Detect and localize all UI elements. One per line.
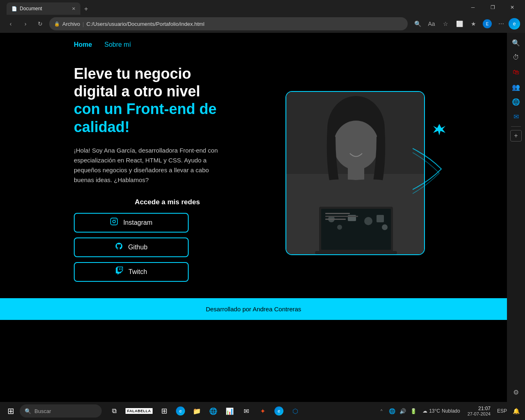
sidebar-bag-icon[interactable]: 🛍 xyxy=(509,66,523,79)
instagram-icon xyxy=(110,217,118,228)
refresh-button[interactable]: ↻ xyxy=(34,18,46,30)
instagram-button[interactable]: Instagram xyxy=(74,213,189,233)
sidebar-mail-icon[interactable]: ✉ xyxy=(509,110,523,123)
instagram-label: Instagram xyxy=(123,219,152,226)
file-explorer-icon: 📁 xyxy=(193,407,201,415)
svg-rect-19 xyxy=(325,219,346,220)
minimize-button[interactable]: ─ xyxy=(463,0,482,15)
weather-temp: 13°C xyxy=(429,408,440,414)
weather-icon: ☁ xyxy=(422,408,427,414)
active-tab[interactable]: 📄 Document ✕ xyxy=(7,2,80,15)
more-button[interactable]: ⋯ xyxy=(495,17,508,30)
notification-button[interactable]: 🔔 xyxy=(510,405,522,417)
chrome-icon: 🌐 xyxy=(209,407,217,415)
reader-icon[interactable]: Aa xyxy=(425,17,438,30)
sidebar-settings-icon[interactable]: ⚙ xyxy=(509,386,523,399)
forward-button[interactable]: › xyxy=(20,18,31,30)
sidebar-search-icon[interactable]: 🔍 xyxy=(509,36,523,49)
github-label: Github xyxy=(128,244,147,251)
figma-button[interactable]: ✦ xyxy=(255,404,270,418)
twitch-button[interactable]: Twitch xyxy=(74,262,189,282)
vscode-button[interactable]: ⬡ xyxy=(288,404,303,418)
svg-point-1 xyxy=(113,220,116,223)
sidebar-add-button[interactable]: + xyxy=(510,130,522,142)
tab-title: Document xyxy=(20,6,42,11)
nav-home-link[interactable]: Home xyxy=(74,41,92,48)
sidebar-history-icon[interactable]: ⏱ xyxy=(509,51,523,64)
clock[interactable]: 21:07 27-07-2024 xyxy=(464,406,494,416)
hero-image-frame xyxy=(285,91,425,255)
edge-icon: e xyxy=(509,18,520,30)
sidebar-separator xyxy=(511,126,521,127)
svg-rect-0 xyxy=(111,218,118,225)
window-controls-right: ─ ❐ ✕ xyxy=(463,0,522,15)
falabella-app[interactable]: FALABELLA xyxy=(123,404,155,418)
mail-taskbar-button[interactable]: ✉ xyxy=(239,404,253,418)
portfolio-page: Home Sobre mí Eleve tu negocio digital a… xyxy=(0,33,507,402)
github-icon xyxy=(115,242,123,252)
twitch-label: Twitch xyxy=(128,268,147,276)
battery-icon[interactable]: 🔋 xyxy=(409,406,418,416)
sidebar-people-icon[interactable]: 👥 xyxy=(509,80,523,94)
edge-taskbar-button[interactable]: e xyxy=(173,404,188,418)
figma-icon: ✦ xyxy=(260,407,265,415)
weather-desc: Nublado xyxy=(442,408,460,414)
search-toolbar-icon[interactable]: 🔍 xyxy=(411,17,424,30)
github-button[interactable]: Github xyxy=(74,237,189,257)
office-button[interactable]: 📊 xyxy=(222,404,237,418)
address-bar[interactable]: 🔒 Archivo | C:/Users/usuario/Documents/P… xyxy=(49,17,408,30)
network-icon[interactable]: 🌐 xyxy=(387,406,397,416)
close-button[interactable]: ✕ xyxy=(503,0,522,15)
taskbar: ⊞ 🔍 Buscar ⧉ FALABELLA ⊞ e 📁 🌐 📊 ✉ xyxy=(0,402,525,420)
main-content: Home Sobre mí Eleve tu negocio digital a… xyxy=(0,33,507,402)
twitch-icon xyxy=(115,267,123,277)
taskbar-search-bar[interactable]: 🔍 Buscar xyxy=(20,404,102,418)
taskbar-apps: ⧉ FALABELLA ⊞ e 📁 🌐 📊 ✉ ✦ e ⬡ xyxy=(107,404,303,418)
hero-title-line1: Eleve tu negocio xyxy=(74,65,191,82)
social-heading: Accede a mis redes xyxy=(74,198,261,206)
nav-about-link[interactable]: Sobre mí xyxy=(104,41,131,48)
task-view-button[interactable]: ⧉ xyxy=(107,404,121,418)
decoration-arc xyxy=(413,116,445,198)
svg-rect-17 xyxy=(325,213,350,214)
browser-chrome: 📄 Document ✕ + ─ ❐ ✕ ‹ › ↻ 🔒 Archivo | C… xyxy=(0,0,525,33)
hero-section: Eleve tu negocio digital a otro nivel co… xyxy=(0,57,507,298)
clock-time: 21:07 xyxy=(468,406,491,411)
hero-description: ¡Hola! Soy Ana García, desarrolladora Fr… xyxy=(74,146,230,185)
office-icon: 📊 xyxy=(226,407,234,415)
hero-image-svg xyxy=(286,92,425,255)
split-icon[interactable]: ⬜ xyxy=(453,17,466,30)
volume-icon[interactable]: 🔊 xyxy=(398,406,408,416)
task-view-icon: ⧉ xyxy=(112,407,116,415)
tray-overflow-button[interactable]: ^ xyxy=(377,407,386,415)
tab-document-icon: 📄 xyxy=(11,6,17,11)
address-bar-row: ‹ › ↻ 🔒 Archivo | C:/Users/usuario/Docum… xyxy=(0,15,525,33)
windows-icon: ⊞ xyxy=(7,406,14,416)
back-button[interactable]: ‹ xyxy=(5,18,16,30)
edge2-button[interactable]: e xyxy=(272,404,286,418)
windows-button[interactable]: ⊞ xyxy=(157,404,171,418)
sidebar-settings-bottom: ⚙ xyxy=(509,386,523,399)
vscode-icon: ⬡ xyxy=(292,407,298,415)
mail-taskbar-icon: ✉ xyxy=(244,407,249,415)
sidebar-edge-icon[interactable]: 🌐 xyxy=(509,95,523,108)
tab-bar: 📄 Document ✕ + ─ ❐ ✕ xyxy=(0,0,525,15)
file-explorer-button[interactable]: 📁 xyxy=(189,404,204,418)
hero-title-line3: con un Front-end de xyxy=(74,100,217,117)
tab-close-button[interactable]: ✕ xyxy=(72,6,75,11)
new-tab-button[interactable]: + xyxy=(80,3,92,15)
maximize-button[interactable]: ❐ xyxy=(483,0,502,15)
right-sidebar: 🔍 ⏱ 🛍 👥 🌐 ✉ + ⚙ xyxy=(507,33,525,402)
address-url: C:/Users/usuario/Documents/Portafolio/in… xyxy=(87,21,205,27)
svg-point-6 xyxy=(333,121,379,170)
weather-widget[interactable]: ☁ 13°C Nublado xyxy=(420,408,463,414)
collection-icon[interactable]: ★ xyxy=(467,17,480,30)
profile-icon[interactable]: E xyxy=(481,17,494,30)
edge2-icon: e xyxy=(274,406,283,415)
chrome-taskbar-button[interactable]: 🌐 xyxy=(206,404,221,418)
browser-layout: Home Sobre mí Eleve tu negocio digital a… xyxy=(0,33,525,402)
hero-title-line2: digital a otro nivel xyxy=(74,83,200,100)
address-separator: | xyxy=(82,21,84,27)
favorites-icon[interactable]: ☆ xyxy=(439,17,452,30)
start-button[interactable]: ⊞ xyxy=(3,404,18,418)
